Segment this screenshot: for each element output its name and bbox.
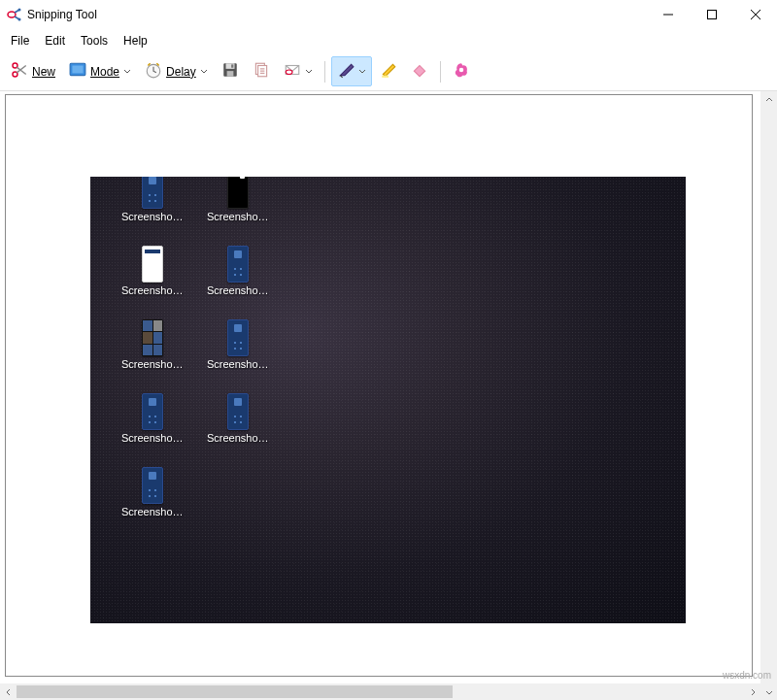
toolbar-separator <box>440 61 441 83</box>
mode-button[interactable]: Mode <box>63 56 137 86</box>
svg-rect-15 <box>231 64 233 67</box>
chevron-down-icon <box>305 65 313 79</box>
svg-point-1 <box>18 9 21 12</box>
horizontal-scrollbar[interactable] <box>0 683 760 700</box>
scroll-thumb-h[interactable] <box>17 685 453 698</box>
toolbar: New Mode Delay <box>0 52 777 91</box>
desktop-icon-partial: ... <box>90 467 98 517</box>
chevron-down-icon <box>358 65 366 79</box>
scroll-down-button[interactable] <box>760 683 777 700</box>
scroll-left-button[interactable] <box>0 683 17 700</box>
delay-label: Delay <box>166 65 196 79</box>
scissors-icon <box>11 61 28 82</box>
highlighter-button[interactable] <box>374 56 403 86</box>
svg-point-24 <box>458 68 463 73</box>
menu-help[interactable]: Help <box>117 31 154 50</box>
desktop-icon-partial: ... <box>90 319 98 370</box>
svg-rect-14 <box>226 71 233 77</box>
eraser-icon <box>411 61 428 82</box>
edit-paint3d-button[interactable] <box>447 56 476 86</box>
copy-button[interactable] <box>247 56 276 86</box>
pen-button[interactable] <box>331 56 372 86</box>
canvas-scroll-area[interactable]: gScreenshot_...Screenshot_...gScreenshot… <box>0 91 760 700</box>
chevron-down-icon <box>200 65 208 79</box>
mode-label: Mode <box>90 65 119 79</box>
desktop-icon[interactable]: Screenshot_... <box>121 246 184 296</box>
app-icon <box>6 7 21 22</box>
menubar: File Edit Tools Help <box>0 29 777 52</box>
svg-point-0 <box>8 12 16 17</box>
save-button[interactable] <box>216 56 245 86</box>
close-button[interactable] <box>733 1 777 29</box>
chevron-down-icon <box>123 65 131 79</box>
svg-rect-4 <box>707 11 716 19</box>
highlighter-icon <box>380 61 397 82</box>
scroll-track-v[interactable] <box>760 108 777 683</box>
send-button[interactable] <box>278 56 319 86</box>
snip-canvas[interactable]: gScreenshot_...Screenshot_...gScreenshot… <box>5 94 753 677</box>
save-icon <box>221 61 239 82</box>
copy-icon <box>253 61 270 82</box>
scroll-right-button[interactable] <box>744 683 760 700</box>
desktop-icon-partial: ... <box>90 393 98 444</box>
svg-rect-23 <box>382 76 388 78</box>
toolbar-separator <box>324 61 325 83</box>
desktop-icon[interactable]: Screenshot_... <box>207 246 269 296</box>
desktop-icon[interactable]: Screenshot_... <box>207 393 269 444</box>
envelope-icon <box>284 61 301 82</box>
svg-point-2 <box>18 18 21 21</box>
paint3d-icon <box>453 61 470 82</box>
clock-icon <box>145 61 162 82</box>
menu-edit[interactable]: Edit <box>38 31 72 50</box>
desktop-icon[interactable]: Screenshot_... <box>121 177 184 222</box>
minimize-button[interactable] <box>646 1 690 29</box>
menu-file[interactable]: File <box>4 31 36 50</box>
maximize-button[interactable] <box>690 1 733 29</box>
titlebar: Snipping Tool <box>0 0 777 29</box>
desktop-icon[interactable]: Screenshot_... <box>121 319 184 370</box>
watermark: wsxdn.com <box>723 670 771 681</box>
menu-tools[interactable]: Tools <box>74 31 115 50</box>
captured-image: gScreenshot_...Screenshot_...gScreenshot… <box>90 177 686 623</box>
scroll-up-button[interactable] <box>760 91 777 108</box>
desktop-icon[interactable]: Screenshot_... <box>207 319 269 370</box>
window-controls <box>646 1 777 29</box>
svg-rect-10 <box>72 66 83 74</box>
new-label: New <box>32 65 55 79</box>
desktop-icon-partial: g <box>90 177 98 222</box>
new-button[interactable]: New <box>5 56 61 86</box>
window-title: Snipping Tool <box>27 8 646 21</box>
pen-icon <box>337 61 355 82</box>
delay-button[interactable]: Delay <box>139 56 214 86</box>
desktop-icon[interactable]: Screenshot_... <box>121 393 184 444</box>
desktop-icon[interactable]: Screenshot_... <box>207 177 269 222</box>
desktop-icon-partial: g <box>90 246 98 296</box>
content-area: gScreenshot_...Screenshot_...gScreenshot… <box>0 91 777 700</box>
eraser-button[interactable] <box>405 56 434 86</box>
vertical-scrollbar[interactable] <box>760 91 777 700</box>
desktop-icon[interactable]: Screenshot_... <box>121 467 184 517</box>
scroll-track-h[interactable] <box>17 683 744 700</box>
mode-icon <box>69 61 86 82</box>
